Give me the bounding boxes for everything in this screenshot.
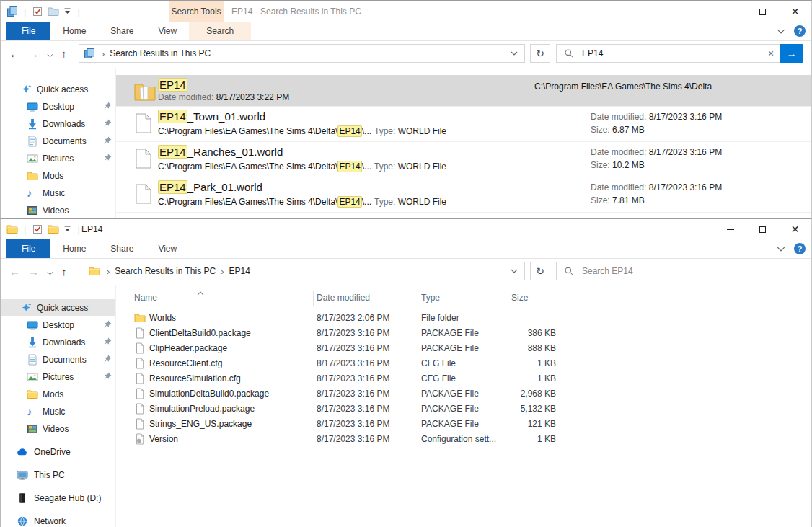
properties-check-icon[interactable] [32,223,43,235]
search-result-row[interactable]: EP14 Date modified: 8/17/2023 3:22 PM C:… [116,75,811,107]
file-name: ResourceSimulation.cfg [149,373,241,384]
new-folder-icon[interactable] [48,223,59,235]
sidebar-item-music[interactable]: ♪ Music [1,403,115,420]
refresh-button[interactable]: ↻ [530,44,550,63]
file-row-version[interactable]: Version 8/17/2023 3:16 PM Configuration … [116,432,811,447]
search-result-row[interactable]: EP14_Town_01.world C:\Program Files\EA G… [116,107,811,142]
close-button[interactable]: ✕ [779,1,811,22]
column-header-date-modified[interactable]: Date modified [317,293,370,303]
file-icon [136,149,151,169]
file-size: 121 KB [455,419,556,429]
search-box[interactable]: × → [556,44,803,63]
sidebar-item-mods[interactable]: Mods [1,167,115,185]
tab-file[interactable]: File [6,22,50,40]
sidebar-item-seagate-hub-d[interactable]: Seagate Hub (D:) [1,490,115,507]
address-bar[interactable]: › Search Results in This PC [79,44,525,63]
up-button[interactable]: ↑ [61,265,67,278]
tab-home[interactable]: Home [50,239,98,258]
search-result-row[interactable]: EP14_Ranches_01.world C:\Program Files\E… [116,142,811,177]
back-button[interactable]: ← [9,265,20,278]
breadcrumb[interactable]: Search Results in This PC [110,48,211,58]
forward-button[interactable]: → [28,265,39,278]
ribbon-collapse-icon[interactable] [777,26,785,36]
breadcrumb-search-results[interactable]: Search Results in This PC [115,266,216,276]
sidebar-item-music[interactable]: ♪ Music [1,185,115,202]
tab-view[interactable]: View [146,22,189,40]
file-name: ClipHeader.package [149,343,227,353]
column-header-name[interactable]: Name [134,293,157,303]
close-button[interactable]: ✕ [779,219,811,239]
sidebar-item-desktop[interactable]: Desktop [1,98,115,115]
clear-search-icon[interactable]: × [762,48,780,59]
breadcrumb-ep14[interactable]: EP14 [229,266,250,276]
sidebar-item-desktop[interactable]: Desktop [1,316,115,334]
tab-search[interactable]: Search [189,22,251,40]
sidebar-item-videos[interactable]: Videos [1,202,115,219]
customize-qat-icon[interactable] [63,6,71,17]
file-row-worlds[interactable]: Worlds 8/17/2023 2:06 PM File folder [116,311,811,326]
file-row-resourcesimulation-cfg[interactable]: ResourceSimulation.cfg 8/17/2023 3:16 PM… [116,371,811,386]
column-header-size[interactable]: Size [511,293,528,303]
tab-share[interactable]: Share [98,239,146,258]
help-button[interactable]: ? [794,25,806,37]
tab-home[interactable]: Home [50,22,98,40]
tab-file[interactable]: File [6,239,50,258]
search-location-icon [84,48,95,59]
file-name: Strings_ENG_US.package [149,419,252,429]
star-icon [21,84,32,95]
sidebar-item-downloads[interactable]: Downloads [1,334,115,351]
file-row-clientdeltabuild0-package[interactable]: ClientDeltaBuild0.package 8/17/2023 3:16… [116,326,811,341]
up-button[interactable]: ↑ [61,48,67,60]
sidebar-item-onedrive[interactable]: OneDrive [1,443,115,461]
sidebar-item-downloads[interactable]: Downloads [1,115,115,133]
address-bar[interactable]: › Search Results in This PC › EP14 [84,262,525,280]
search-box[interactable] [556,262,803,280]
help-button[interactable]: ? [794,243,806,254]
address-dropdown-icon[interactable] [504,262,524,280]
folder-icon [27,170,38,182]
address-dropdown-icon[interactable] [504,45,524,62]
ribbon-collapse-icon[interactable] [777,244,785,254]
maximize-button[interactable] [746,219,779,239]
column-header-type[interactable]: Type [421,293,440,303]
column-headers: Name Date modified Type Size [116,289,811,306]
sidebar-item-documents[interactable]: Documents [1,133,115,150]
file-row-strings-eng-us-package[interactable]: Strings_ENG_US.package 8/17/2023 3:16 PM… [116,417,811,432]
tab-share[interactable]: Share [98,22,146,40]
sidebar-item-videos[interactable]: Videos [1,420,115,438]
search-input[interactable] [581,265,803,277]
file-row-resourceclient-cfg[interactable]: ResourceClient.cfg 8/17/2023 3:16 PM CFG… [116,356,811,371]
back-button[interactable]: ← [9,48,20,60]
file-row-clipheader-package[interactable]: ClipHeader.package 8/17/2023 3:16 PM PAC… [116,341,811,356]
page-icon [134,342,146,354]
sidebar-item-documents[interactable]: Documents [1,351,115,368]
sidebar-item-pictures[interactable]: Pictures [1,368,115,386]
sidebar-item-pictures[interactable]: Pictures [1,150,115,167]
file-size: 1 KB [455,434,556,444]
sidebar-item-this-pc[interactable]: This PC [1,466,115,484]
customize-qat-icon[interactable] [63,224,71,234]
properties-check-icon[interactable] [32,6,43,17]
sidebar-item-quick-access[interactable]: Quick access [1,81,115,98]
recent-locations-icon[interactable] [47,265,53,278]
tab-view[interactable]: View [146,239,189,258]
search-result-row[interactable]: EP14_Park_01.world C:\Program Files\EA G… [116,177,811,213]
search-go-button[interactable]: → [780,44,803,63]
file-date-modified: 8/17/2023 3:16 PM [317,404,389,414]
sidebar-item-mods[interactable]: Mods [1,386,115,403]
recent-locations-icon[interactable] [47,48,53,60]
pin-icon [102,101,112,111]
sidebar-item-network[interactable]: Network [1,513,115,527]
minimize-button[interactable] [714,219,746,239]
new-folder-icon[interactable] [48,6,59,17]
search-tools-contextual-tab[interactable]: Search Tools [169,1,224,22]
file-row-simulationdeltabuild0-package[interactable]: SimulationDeltaBuild0.package 8/17/2023 … [116,386,811,402]
sidebar-item-quick-access[interactable]: Quick access [1,299,115,316]
search-input[interactable] [581,48,762,59]
maximize-button[interactable] [746,1,779,22]
refresh-button[interactable]: ↻ [530,262,550,280]
file-name: Worlds [149,313,176,323]
file-row-simulationpreload-package[interactable]: SimulationPreload.package 8/17/2023 3:16… [116,402,811,417]
minimize-button[interactable] [714,1,746,22]
forward-button[interactable]: → [28,48,39,60]
